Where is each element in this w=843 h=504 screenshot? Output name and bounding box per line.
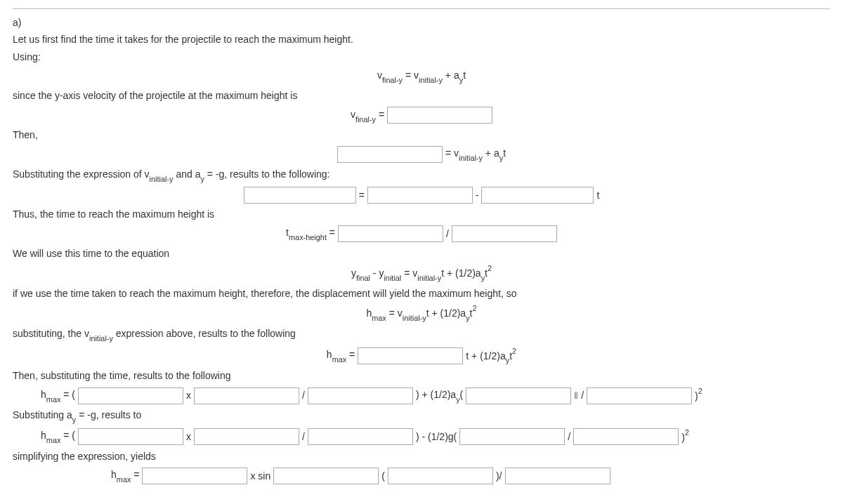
text-line-5: Substituting the expression of vinitial-… [13, 166, 830, 184]
eq10-b-input[interactable] [194, 428, 299, 445]
text-then: Then, [13, 127, 830, 142]
equation-3: = vinitial-y + ayt [13, 145, 830, 163]
text-line-2: Using: [13, 49, 830, 65]
eq10-c-input[interactable] [308, 428, 413, 445]
eq9-d-input[interactable] [466, 387, 571, 404]
eq9-e-input[interactable] [587, 387, 692, 404]
equation-11: hmax = x sin ( )/ [13, 467, 830, 484]
vfinal-y-input[interactable] [387, 107, 492, 124]
eq9-b-input[interactable] [194, 387, 299, 404]
equation-2: vfinal-y = [13, 107, 830, 124]
equation-10: hmax = ( x / ) - (1/2)g( / )2 [13, 427, 830, 445]
equation-1: vfinal-y = vinitial-y + ayt [13, 67, 830, 85]
text-line-12: simplifying the expression, yields [13, 449, 830, 464]
equation-5: tmax-height = / [13, 225, 830, 242]
part-label: a) [13, 15, 830, 30]
eq10-a-input[interactable] [78, 428, 183, 445]
eq9-c-input[interactable] [308, 387, 413, 404]
equation-4: = - t [13, 187, 830, 204]
eq4-rhs2-input[interactable] [481, 187, 594, 204]
eq4-lhs-input[interactable] [244, 187, 356, 204]
equation-6: yfinal - yinitial = vinitial-yt + (1/2)a… [13, 264, 830, 283]
eq11-c-input[interactable] [388, 467, 493, 484]
eq11-a-input[interactable] [142, 467, 247, 484]
text-line-1: Let us first find the time it takes for … [13, 32, 830, 47]
equation-7: hmax = vinitial-yt + (1/2)ayt2 [13, 304, 830, 323]
text-line-11: Substituting ay = -g, results to [13, 407, 830, 425]
equation-9: hmax = ( x / ) + (1/2)ay( ⦀ / )2 [13, 387, 830, 404]
equation-8: hmax = t + (1/2)ayt2 [13, 347, 830, 366]
eq4-rhs1-input[interactable] [367, 187, 473, 204]
eq10-e-input[interactable] [573, 428, 679, 445]
text-line-7: We will use this time to the equation [13, 246, 830, 261]
settings-icon: ⦀ / [574, 387, 584, 403]
text-line-10: Then, substituting the time, results to … [13, 368, 830, 383]
eq9-a-input[interactable] [78, 387, 183, 404]
eq11-d-input[interactable] [505, 467, 610, 484]
eq5-den-input[interactable] [452, 225, 557, 242]
text-line-3: since the y-axis velocity of the project… [13, 88, 830, 103]
eq3-lhs-input[interactable] [337, 146, 443, 163]
text-line-8: if we use the time taken to reach the ma… [13, 286, 830, 301]
text-line-6: Thus, the time to reach the maximum heig… [13, 206, 830, 222]
eq11-b-input[interactable] [273, 467, 379, 484]
eq8-input[interactable] [358, 347, 463, 364]
eq10-d-input[interactable] [459, 428, 565, 445]
text-line-9: substituting, the vinitial-y expression … [13, 326, 830, 343]
eq5-num-input[interactable] [338, 225, 443, 242]
